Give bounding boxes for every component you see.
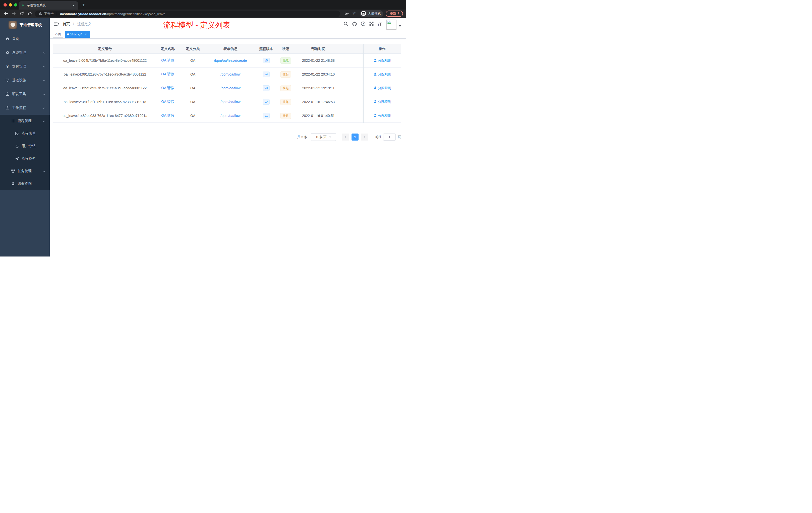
sidebar-logo[interactable]: 芋道管理系统 (0, 18, 50, 32)
table-row: oa_leave:5:004b710b-7b8a-11ec-8ef0-acde4… (53, 54, 401, 67)
next-page-button[interactable] (361, 133, 368, 141)
tag-home[interactable]: 首页 (53, 31, 63, 38)
fullscreen-icon[interactable] (369, 21, 374, 27)
sidebar-item[interactable]: 工作流程 (0, 101, 50, 115)
cell-deploy-time: 2022-01-22 21:48:38 (293, 58, 344, 62)
sidebar-item[interactable]: 流程表单 (0, 127, 50, 140)
column-header-actions: 操作 (363, 47, 401, 51)
url-text[interactable]: dashboard.yudao.iocoder.cn/bpm/manager/d… (60, 11, 166, 16)
app-header: 首页 / 流程定义 流程模型 - 定义列表 ? TT (50, 18, 406, 30)
sidebar-item[interactable]: 任务管理 (0, 165, 50, 177)
help-icon[interactable]: ? (361, 21, 366, 27)
back-icon[interactable] (3, 11, 8, 17)
form-link[interactable]: /bpm/oa/flow (221, 114, 240, 118)
security-label[interactable]: 不安全 (44, 11, 54, 16)
breadcrumb-home[interactable]: 首页 (63, 22, 70, 26)
column-header: 定义编号 (53, 47, 157, 51)
definition-name-link[interactable]: OA 请假 (161, 86, 174, 90)
definition-name-link[interactable]: OA 请假 (161, 100, 174, 104)
pagination-total: 共 5 条 (297, 135, 307, 139)
search-icon[interactable] (344, 21, 348, 27)
url-bar[interactable]: 不安全 dashboard.yudao.iocoder.cn/bpm/manag… (35, 10, 340, 17)
cell-definition-category: OA (178, 72, 207, 76)
new-tab-button[interactable]: + (82, 2, 85, 7)
font-size-icon[interactable]: TT (378, 22, 382, 27)
definition-name-link[interactable]: OA 请假 (161, 72, 174, 77)
forward-icon[interactable] (11, 11, 16, 17)
cell-deploy-time: 2022-01-22 19:19:11 (293, 86, 344, 90)
avatar-caret-down-icon[interactable] (399, 25, 401, 27)
chevron-up-icon (43, 119, 46, 123)
column-header: 定义名称 (157, 47, 178, 51)
assign-rule-button[interactable]: 分配规则 (373, 114, 391, 118)
sidebar-item-label: 用户分组 (22, 144, 36, 148)
reload-icon[interactable] (19, 11, 24, 17)
form-link[interactable]: /bpm/oa/flow (221, 86, 240, 90)
sidebar-item[interactable]: 系统管理 (0, 46, 50, 59)
sidebar-item-label: 任务管理 (18, 169, 32, 174)
chevron-down-icon (43, 65, 46, 69)
github-icon[interactable] (352, 21, 357, 27)
update-button[interactable]: 更新 (386, 10, 403, 17)
tab-close-icon[interactable]: × (71, 3, 76, 7)
page-size-select[interactable]: 10条/页 (311, 133, 336, 141)
version-tag: v4 (263, 71, 270, 77)
tree-icon (11, 169, 15, 173)
bookmark-star-icon[interactable]: ☆ (352, 10, 356, 16)
assign-rule-button[interactable]: 分配规则 (373, 72, 391, 77)
monitor-icon (5, 78, 9, 82)
assign-rule-button[interactable]: 分配规则 (373, 58, 391, 63)
table-row: oa_leave:2:3c1f0ef1-76b1-11ec-9c66-a2380… (53, 95, 401, 109)
form-link[interactable]: /bpm/oa/flow (221, 72, 240, 76)
sidebar-item[interactable]: 用户分组 (0, 140, 50, 152)
sidebar-item[interactable]: 请假查询 (0, 177, 50, 190)
avatar[interactable] (386, 20, 397, 30)
toolbox-icon (5, 92, 9, 96)
page-content: 定义编号定义名称定义分类表单信息流程版本状态部署时间操作 oa_leave:5:… (50, 39, 406, 141)
maximize-window-button[interactable] (14, 3, 17, 6)
tag-process-definition[interactable]: 流程定义 × (65, 31, 90, 38)
chevron-down-icon (43, 170, 46, 174)
form-link[interactable]: /bpm/oa/leave/create (214, 58, 247, 62)
sidebar-item[interactable]: 首页 (0, 32, 50, 46)
version-tag: v5 (263, 58, 270, 63)
browser-tab[interactable]: 芋道管理系统 × (19, 1, 78, 9)
definition-name-link[interactable]: OA 请假 (161, 114, 174, 118)
sidebar-item[interactable]: 研发工具 (0, 87, 50, 101)
status-badge: 挂起 (281, 99, 291, 105)
sidebar-item[interactable]: 基础设施 (0, 73, 50, 87)
cell-deploy-time: 2022-01-16 17:46:53 (293, 100, 344, 104)
status-badge: 挂起 (281, 113, 291, 119)
cell-definition-name: OA 请假 (157, 72, 178, 77)
current-page-button[interactable]: 1 (351, 133, 358, 141)
cell-process-version: v3 (254, 85, 279, 91)
goto-page-input[interactable] (383, 133, 396, 141)
form-link[interactable]: /bpm/oa/flow (221, 100, 240, 104)
sidebar-item-label: 首页 (12, 37, 19, 41)
main-area: 首页 / 流程定义 流程模型 - 定义列表 ? TT 首页 流程定义 × 定义编… (50, 18, 406, 256)
cell-actions: 分配规则 (363, 72, 401, 77)
cell-definition-id: oa_leave:3:1fad3d93-7b75-11ec-a3c8-acde4… (53, 86, 157, 90)
assign-rule-button[interactable]: 分配规则 (373, 86, 391, 90)
logo-avatar-image (8, 21, 17, 29)
tag-close-icon[interactable]: × (84, 33, 88, 36)
minimize-window-button[interactable] (9, 3, 12, 6)
close-window-button[interactable] (3, 3, 7, 6)
hamburger-icon[interactable] (54, 22, 59, 27)
sidebar-item[interactable]: 流程模型 (0, 152, 50, 165)
sidebar-item-label: 工作流程 (12, 105, 26, 110)
assign-rule-button[interactable]: 分配规则 (373, 100, 391, 104)
incognito-badge: 无痕模式 (360, 10, 383, 17)
home-icon[interactable] (27, 11, 32, 17)
sidebar-item-label: 流程模型 (22, 156, 36, 161)
window-controls (3, 3, 17, 6)
definition-name-link[interactable]: OA 请假 (161, 58, 174, 63)
prev-page-button[interactable] (342, 133, 349, 141)
status-badge: 激活 (281, 58, 291, 64)
cell-actions: 分配规则 (363, 114, 401, 118)
password-key-icon[interactable] (345, 11, 349, 17)
sidebar-item[interactable]: 流程管理 (0, 115, 50, 127)
user-icon (11, 182, 15, 186)
browser-menu-dots-icon[interactable] (398, 12, 399, 15)
sidebar-item[interactable]: ¥支付管理 (0, 59, 50, 73)
